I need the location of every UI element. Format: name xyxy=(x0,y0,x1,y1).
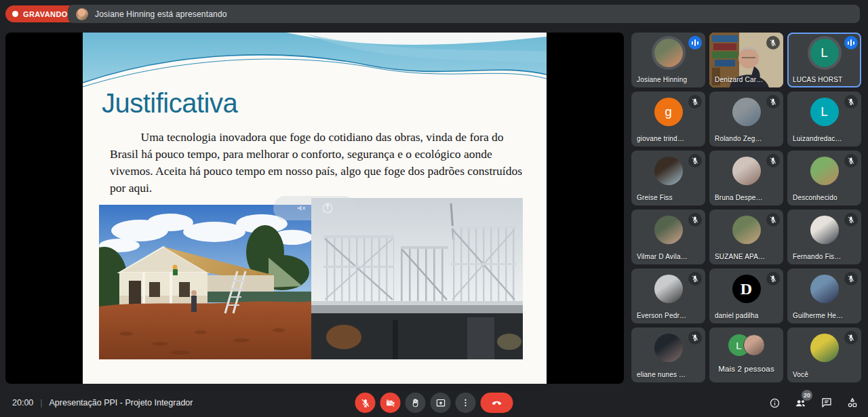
activities-icon xyxy=(846,397,859,409)
participant-tile[interactable]: D daniel padilha xyxy=(709,269,783,323)
mic-muted-icon xyxy=(844,154,858,167)
participant-tile[interactable]: L LUCAS HORST xyxy=(787,33,861,87)
participants-grid: Josiane Hinning xyxy=(631,33,863,382)
more-options-button[interactable] xyxy=(456,393,476,413)
mic-muted-icon xyxy=(766,36,780,49)
avatar xyxy=(654,216,683,244)
mic-muted-icon xyxy=(688,272,702,285)
participant-name: Greise Fiss xyxy=(637,194,688,201)
avatar xyxy=(810,334,839,362)
mic-muted-icon xyxy=(766,272,780,285)
meeting-panel-buttons: 20 xyxy=(769,389,859,417)
presentation-hover-controls[interactable] xyxy=(273,196,356,220)
presenter-avatar xyxy=(76,8,88,20)
participant-name: Luizandredacosta ... xyxy=(793,135,844,142)
present-screen-icon xyxy=(435,398,446,408)
participant-tile[interactable]: Greise Fiss xyxy=(631,151,705,205)
recording-badge: GRAVANDO xyxy=(5,5,77,22)
participant-tile[interactable]: g giovane trindade xyxy=(631,92,705,146)
avatar xyxy=(732,98,761,126)
info-icon xyxy=(769,397,781,409)
pin-icon xyxy=(321,202,334,214)
end-call-icon xyxy=(491,397,503,409)
avatar xyxy=(654,157,683,185)
participant-tile[interactable]: Fernando Fischer xyxy=(787,210,861,264)
presentation-tile[interactable]: Justificativa Uma tecnologia inovadora q… xyxy=(5,33,624,384)
participant-tile[interactable]: L Mais 2 pessoas xyxy=(709,327,783,382)
participant-tile[interactable]: Everson Pedroso xyxy=(631,269,705,323)
top-bar: GRAVANDO Josiane Hinning está apresentan… xyxy=(0,0,868,27)
chat-icon xyxy=(821,397,833,409)
bottom-bar: 20:00 | Apresentação PPI - Projeto Integ… xyxy=(0,389,868,417)
mic-toggle-button[interactable] xyxy=(355,393,376,413)
avatar xyxy=(810,216,839,244)
participant-tile[interactable]: Desconhecido xyxy=(787,151,861,205)
activities-button[interactable] xyxy=(846,397,859,409)
mic-muted-icon xyxy=(844,272,858,285)
participant-tile[interactable]: Guilherme Henriq... xyxy=(787,269,861,323)
recording-dot-icon xyxy=(12,11,18,17)
participant-name: Guilherme Henriq... xyxy=(793,312,844,319)
avatar-pair: L xyxy=(728,334,765,356)
slide-photo-house xyxy=(99,205,311,359)
meeting-details-button[interactable] xyxy=(769,397,781,409)
avatar xyxy=(654,275,683,303)
mic-off-icon xyxy=(360,398,370,408)
participant-name: Bruna Despessel xyxy=(715,194,766,201)
participant-name: Vilmar D Avila Filho xyxy=(637,253,688,260)
more-vertical-icon xyxy=(461,398,471,408)
participant-name: Você xyxy=(793,371,844,378)
participant-name: giovane trindade xyxy=(637,135,688,142)
avatar: L xyxy=(810,39,839,67)
end-call-button[interactable] xyxy=(481,393,513,413)
audio-activity-icon xyxy=(844,36,858,49)
participant-tile[interactable]: SUZANE APARECID... xyxy=(709,210,783,264)
mic-muted-icon xyxy=(688,95,702,108)
mic-muted-icon xyxy=(688,331,702,344)
mic-muted-icon xyxy=(844,331,858,344)
participant-name: Everson Pedroso xyxy=(637,312,688,319)
chat-button[interactable] xyxy=(821,397,833,409)
participant-name: LUCAS HORST xyxy=(793,76,844,83)
avatar xyxy=(654,334,683,362)
participant-name: daniel padilha xyxy=(715,312,766,319)
avatar xyxy=(732,157,761,185)
recording-label: GRAVANDO xyxy=(23,10,68,18)
participant-tile[interactable]: Você xyxy=(787,327,861,382)
presenting-banner: Josiane Hinning está apresentando xyxy=(68,5,860,23)
mic-muted-icon xyxy=(688,154,702,167)
call-controls xyxy=(355,393,513,413)
participant-tile[interactable]: Josiane Hinning xyxy=(631,33,705,87)
mic-muted-icon xyxy=(688,213,702,226)
mic-muted-icon xyxy=(766,95,780,108)
raise-hand-button[interactable] xyxy=(406,393,426,413)
participant-tile[interactable]: eliane nunes bund... xyxy=(631,327,705,382)
audio-activity-icon xyxy=(688,36,702,49)
participant-tile[interactable]: L Luizandredacosta ... xyxy=(787,92,861,146)
camera-off-icon xyxy=(385,398,395,408)
participants-button[interactable]: 20 xyxy=(794,397,807,410)
participant-count-badge: 20 xyxy=(802,390,812,401)
participant-name: Denizard Carvalho xyxy=(715,76,766,83)
mic-muted-icon xyxy=(844,95,858,108)
divider: | xyxy=(40,398,42,408)
participant-name: Desconhecido xyxy=(793,194,844,201)
participant-name: Mais 2 pessoas xyxy=(709,365,783,373)
participant-tile[interactable]: Denizard Carvalho xyxy=(709,33,783,87)
participant-tile[interactable]: Vilmar D Avila Filho xyxy=(631,210,705,264)
audio-off-icon xyxy=(296,203,307,214)
hand-icon xyxy=(410,398,420,408)
participant-name: SUZANE APARECID... xyxy=(715,253,766,260)
meeting-name: Apresentação PPI - Projeto Integrador xyxy=(50,398,193,408)
participant-name: Fernando Fischer xyxy=(793,253,844,260)
avatar xyxy=(654,39,683,67)
participant-tile[interactable]: Bruna Despessel xyxy=(709,151,783,205)
slide-photo-steel-frame xyxy=(311,198,523,359)
camera-toggle-button[interactable] xyxy=(380,393,401,413)
avatar: D xyxy=(732,275,761,303)
present-screen-button[interactable] xyxy=(431,393,451,413)
slide-paragraph: Uma tecnologia inovadora que foge do cot… xyxy=(110,129,524,196)
avatar xyxy=(810,275,839,303)
mic-muted-icon xyxy=(766,213,780,226)
participant-tile[interactable]: Rolando Zegarra xyxy=(709,92,783,146)
